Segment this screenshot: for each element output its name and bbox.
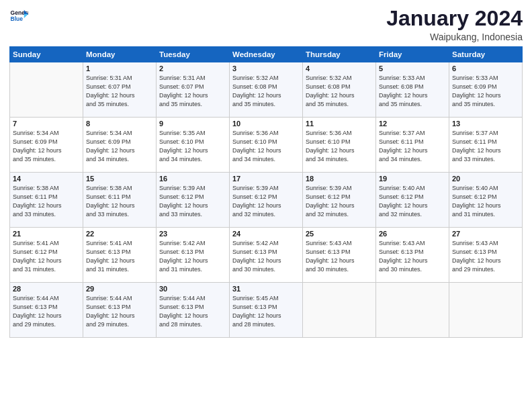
- calendar-body: 1Sunrise: 5:31 AM Sunset: 6:07 PM Daylig…: [10, 62, 523, 338]
- day-info: Sunrise: 5:37 AM Sunset: 6:11 PM Dayligh…: [379, 129, 446, 164]
- day-number: 15: [86, 175, 153, 183]
- calendar-week-row: 7Sunrise: 5:34 AM Sunset: 6:09 PM Daylig…: [10, 118, 523, 173]
- calendar-day-cell: 3Sunrise: 5:32 AM Sunset: 6:08 PM Daylig…: [230, 62, 303, 118]
- day-info: Sunrise: 5:36 AM Sunset: 6:10 PM Dayligh…: [306, 129, 373, 164]
- calendar-day-cell: [303, 283, 376, 338]
- day-number: 21: [13, 230, 80, 238]
- day-info: Sunrise: 5:38 AM Sunset: 6:11 PM Dayligh…: [86, 184, 153, 219]
- svg-text:Blue: Blue: [11, 15, 24, 22]
- calendar-day-cell: 26Sunrise: 5:43 AM Sunset: 6:13 PM Dayli…: [376, 228, 449, 283]
- day-info: Sunrise: 5:40 AM Sunset: 6:12 PM Dayligh…: [452, 184, 519, 219]
- calendar-day-cell: [10, 62, 83, 118]
- day-info: Sunrise: 5:40 AM Sunset: 6:12 PM Dayligh…: [379, 184, 446, 219]
- weekday-header-cell: Friday: [376, 47, 449, 62]
- day-info: Sunrise: 5:39 AM Sunset: 6:12 PM Dayligh…: [232, 184, 300, 219]
- calendar-day-cell: 20Sunrise: 5:40 AM Sunset: 6:12 PM Dayli…: [449, 173, 523, 228]
- calendar-day-cell: 8Sunrise: 5:34 AM Sunset: 6:09 PM Daylig…: [83, 118, 157, 173]
- calendar-day-cell: 25Sunrise: 5:43 AM Sunset: 6:13 PM Dayli…: [303, 228, 376, 283]
- day-info: Sunrise: 5:43 AM Sunset: 6:13 PM Dayligh…: [452, 239, 519, 274]
- day-info: Sunrise: 5:42 AM Sunset: 6:13 PM Dayligh…: [159, 239, 226, 274]
- day-info: Sunrise: 5:34 AM Sunset: 6:09 PM Dayligh…: [86, 129, 153, 164]
- day-info: Sunrise: 5:33 AM Sunset: 6:08 PM Dayligh…: [379, 74, 446, 109]
- day-info: Sunrise: 5:31 AM Sunset: 6:07 PM Dayligh…: [159, 74, 226, 109]
- day-number: 16: [159, 175, 226, 183]
- month-title: January 2024: [386, 7, 523, 30]
- page-header: General Blue January 2024 Waipukang, Ind…: [9, 7, 523, 42]
- day-number: 23: [159, 230, 226, 238]
- day-number: 5: [379, 64, 446, 73]
- calendar-day-cell: 13Sunrise: 5:37 AM Sunset: 6:11 PM Dayli…: [449, 118, 523, 173]
- calendar-day-cell: 5Sunrise: 5:33 AM Sunset: 6:08 PM Daylig…: [376, 62, 449, 118]
- day-number: 27: [452, 230, 519, 238]
- calendar-day-cell: 16Sunrise: 5:39 AM Sunset: 6:12 PM Dayli…: [157, 173, 230, 228]
- day-number: 26: [379, 230, 446, 238]
- day-info: Sunrise: 5:37 AM Sunset: 6:11 PM Dayligh…: [452, 129, 519, 164]
- logo: General Blue: [9, 7, 28, 26]
- day-number: 18: [306, 175, 373, 183]
- calendar-week-row: 14Sunrise: 5:38 AM Sunset: 6:11 PM Dayli…: [10, 173, 523, 228]
- day-number: 8: [86, 120, 153, 128]
- day-info: Sunrise: 5:41 AM Sunset: 6:13 PM Dayligh…: [86, 239, 153, 274]
- calendar-week-row: 1Sunrise: 5:31 AM Sunset: 6:07 PM Daylig…: [10, 62, 523, 118]
- day-info: Sunrise: 5:43 AM Sunset: 6:13 PM Dayligh…: [379, 239, 446, 274]
- calendar-day-cell: 23Sunrise: 5:42 AM Sunset: 6:13 PM Dayli…: [157, 228, 230, 283]
- day-info: Sunrise: 5:36 AM Sunset: 6:10 PM Dayligh…: [232, 129, 300, 164]
- calendar-day-cell: 24Sunrise: 5:42 AM Sunset: 6:13 PM Dayli…: [230, 228, 303, 283]
- calendar-day-cell: [449, 283, 523, 338]
- weekday-header-cell: Tuesday: [157, 47, 230, 62]
- day-info: Sunrise: 5:39 AM Sunset: 6:12 PM Dayligh…: [306, 184, 373, 219]
- day-number: 4: [306, 64, 373, 73]
- calendar-day-cell: 12Sunrise: 5:37 AM Sunset: 6:11 PM Dayli…: [376, 118, 449, 173]
- day-number: 10: [232, 120, 300, 128]
- day-info: Sunrise: 5:31 AM Sunset: 6:07 PM Dayligh…: [86, 74, 153, 109]
- day-number: 20: [452, 175, 519, 183]
- day-info: Sunrise: 5:32 AM Sunset: 6:08 PM Dayligh…: [232, 74, 300, 109]
- day-number: 31: [232, 285, 300, 293]
- day-info: Sunrise: 5:39 AM Sunset: 6:12 PM Dayligh…: [159, 184, 226, 219]
- day-number: 9: [159, 120, 226, 128]
- day-number: 12: [379, 120, 446, 128]
- weekday-header-row: SundayMondayTuesdayWednesdayThursdayFrid…: [10, 47, 523, 62]
- day-number: 1: [86, 64, 153, 73]
- day-info: Sunrise: 5:44 AM Sunset: 6:13 PM Dayligh…: [86, 294, 153, 329]
- calendar-day-cell: 14Sunrise: 5:38 AM Sunset: 6:11 PM Dayli…: [10, 173, 83, 228]
- day-number: 30: [159, 285, 226, 293]
- calendar-day-cell: 31Sunrise: 5:45 AM Sunset: 6:13 PM Dayli…: [230, 283, 303, 338]
- calendar-table: SundayMondayTuesdayWednesdayThursdayFrid…: [9, 46, 523, 338]
- logo-icon: General Blue: [9, 7, 28, 26]
- weekday-header-cell: Wednesday: [230, 47, 303, 62]
- day-info: Sunrise: 5:42 AM Sunset: 6:13 PM Dayligh…: [232, 239, 300, 274]
- calendar-header: SundayMondayTuesdayWednesdayThursdayFrid…: [10, 47, 523, 62]
- day-info: Sunrise: 5:38 AM Sunset: 6:11 PM Dayligh…: [13, 184, 80, 219]
- day-number: 14: [13, 175, 80, 183]
- calendar-day-cell: 11Sunrise: 5:36 AM Sunset: 6:10 PM Dayli…: [303, 118, 376, 173]
- calendar-day-cell: 9Sunrise: 5:35 AM Sunset: 6:10 PM Daylig…: [157, 118, 230, 173]
- weekday-header-cell: Saturday: [449, 47, 523, 62]
- calendar-day-cell: 17Sunrise: 5:39 AM Sunset: 6:12 PM Dayli…: [230, 173, 303, 228]
- calendar-day-cell: 21Sunrise: 5:41 AM Sunset: 6:12 PM Dayli…: [10, 228, 83, 283]
- calendar-week-row: 21Sunrise: 5:41 AM Sunset: 6:12 PM Dayli…: [10, 228, 523, 283]
- title-area: January 2024 Waipukang, Indonesia: [386, 7, 523, 42]
- day-info: Sunrise: 5:32 AM Sunset: 6:08 PM Dayligh…: [306, 74, 373, 109]
- calendar-day-cell: 4Sunrise: 5:32 AM Sunset: 6:08 PM Daylig…: [303, 62, 376, 118]
- day-info: Sunrise: 5:35 AM Sunset: 6:10 PM Dayligh…: [159, 129, 226, 164]
- day-number: 2: [159, 64, 226, 73]
- calendar-day-cell: 15Sunrise: 5:38 AM Sunset: 6:11 PM Dayli…: [83, 173, 157, 228]
- calendar-day-cell: 10Sunrise: 5:36 AM Sunset: 6:10 PM Dayli…: [230, 118, 303, 173]
- calendar-day-cell: 29Sunrise: 5:44 AM Sunset: 6:13 PM Dayli…: [83, 283, 157, 338]
- day-number: 22: [86, 230, 153, 238]
- day-number: 24: [232, 230, 300, 238]
- location-title: Waipukang, Indonesia: [386, 32, 523, 42]
- day-info: Sunrise: 5:45 AM Sunset: 6:13 PM Dayligh…: [232, 294, 300, 329]
- day-info: Sunrise: 5:44 AM Sunset: 6:13 PM Dayligh…: [159, 294, 226, 329]
- weekday-header-cell: Monday: [83, 47, 157, 62]
- calendar-day-cell: 2Sunrise: 5:31 AM Sunset: 6:07 PM Daylig…: [157, 62, 230, 118]
- calendar-day-cell: 6Sunrise: 5:33 AM Sunset: 6:09 PM Daylig…: [449, 62, 523, 118]
- day-info: Sunrise: 5:33 AM Sunset: 6:09 PM Dayligh…: [452, 74, 519, 109]
- weekday-header-cell: Thursday: [303, 47, 376, 62]
- calendar-day-cell: 27Sunrise: 5:43 AM Sunset: 6:13 PM Dayli…: [449, 228, 523, 283]
- calendar-day-cell: 1Sunrise: 5:31 AM Sunset: 6:07 PM Daylig…: [83, 62, 157, 118]
- day-number: 29: [86, 285, 153, 293]
- day-info: Sunrise: 5:41 AM Sunset: 6:12 PM Dayligh…: [13, 239, 80, 274]
- day-info: Sunrise: 5:34 AM Sunset: 6:09 PM Dayligh…: [13, 129, 80, 164]
